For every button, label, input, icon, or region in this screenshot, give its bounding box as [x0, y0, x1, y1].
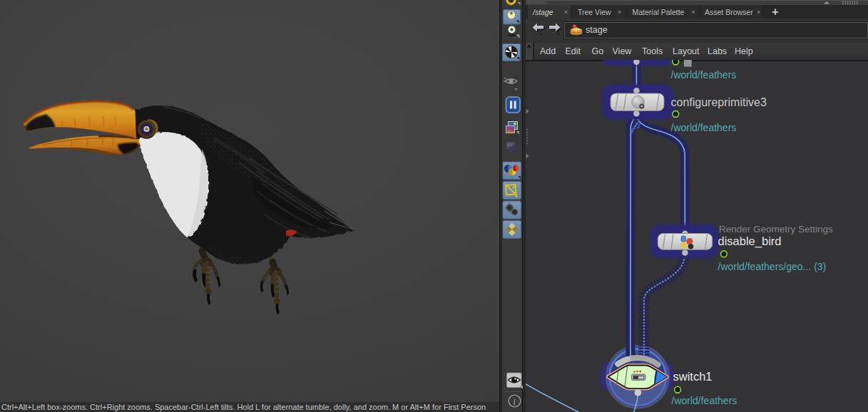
svg-text:Render Geometry Settings: Render Geometry Settings — [719, 223, 833, 234]
svg-text:/world/feathers: /world/feathers — [672, 395, 737, 406]
svg-text:i: i — [514, 397, 516, 407]
svg-text:/world/feathers/geo... (3): /world/feathers/geo... (3) — [718, 261, 827, 272]
svg-text:/world/feathers: /world/feathers — [671, 69, 737, 81]
svg-text:/world/feathers: /world/feathers — [671, 122, 737, 133]
svg-text:disable_bird: disable_bird — [718, 235, 782, 248]
svg-text:configureprimitive3: configureprimitive3 — [671, 96, 767, 108]
svg-text:switch1: switch1 — [673, 370, 713, 383]
